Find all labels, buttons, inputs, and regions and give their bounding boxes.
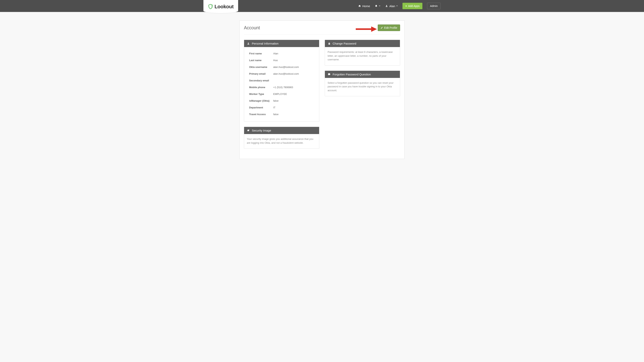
shield-icon [208,4,213,9]
field-label: Last name [249,59,273,62]
field-value: false [273,113,278,116]
security-image-panel: Security Image Your security image gives… [244,127,319,149]
field-value: Huo [273,59,278,62]
field-value: +1 (510) 7806983 [273,86,293,89]
personal-info-title: Personal Information [252,42,278,45]
chevron-down-icon [396,6,398,6]
image-stack-icon [247,129,250,132]
plus-icon: + [405,4,407,8]
arrow-annotation [356,26,377,32]
field-primary-email: Primary email alan.huo@lookout.com [247,70,316,77]
field-label: Mobile phone [249,86,273,89]
field-value: EMPLOYEE [273,92,287,96]
brand-name: Lookout [214,4,234,10]
field-label: Okta username [249,66,273,68]
nav-home-label: Home [362,4,370,8]
field-secondary-email: Secondary email [247,77,316,84]
field-value: Alan [273,52,278,55]
svg-rect-0 [356,28,371,30]
add-apps-label: Add Apps [408,4,420,8]
edit-profile-label: Edit Profile [384,26,397,29]
speech-bubble-icon [328,73,331,76]
field-okta-username: Okta username alan.huo@lookout.com [247,64,316,70]
account-card: Account Edit Profile [240,20,404,159]
field-travel-access: Travel Access false [247,111,316,118]
field-first-name: First name Alan [247,50,316,57]
edit-profile-button[interactable]: Edit Profile [378,24,400,31]
field-label: Secondary email [249,79,273,82]
field-label: Travel Access [249,113,273,116]
field-value: alan.huo@lookout.com [273,66,299,68]
field-label: Worker Type [249,92,273,96]
person-icon [247,42,250,45]
nav-home[interactable]: Home [358,4,370,8]
security-image-title: Security Image [252,129,271,132]
pencil-icon [380,26,383,29]
field-label: Primary email [249,72,273,75]
admin-button[interactable]: Admin [427,3,440,9]
change-password-desc: Password requirements: at least 8 charac… [328,50,397,62]
field-mobile-phone: Mobile phone +1 (510) 7806983 [247,84,316,91]
lock-icon [328,42,331,45]
chevron-down-icon [379,6,380,6]
page-title: Account [244,25,260,30]
brand-logo-tab[interactable]: Lookout [204,0,238,13]
user-icon [385,4,388,8]
bell-icon [375,4,378,8]
field-label: isManager (Okta) [249,99,273,102]
field-worker-type: Worker Type EMPLOYEE [247,91,316,98]
change-password-panel: Change Password Password requirements: a… [325,40,400,66]
security-image-desc: Your security image gives you additional… [247,137,316,145]
field-label: Department [249,106,273,109]
card-header: Account Edit Profile [244,24,400,35]
personal-info-panel: Personal Information First name Alan Las… [244,40,319,122]
field-department: Department IT [247,104,316,111]
field-value: false [273,99,278,102]
forgotten-question-desc: Select a forgotten password question so … [328,81,397,92]
forgotten-question-title: Forgotten Password Question [332,73,371,76]
field-is-manager: isManager (Okta) false [247,98,316,104]
field-value: IT [273,106,276,109]
topbar: Lookout Home Alan [0,0,644,12]
forgotten-question-panel: Forgotten Password Question Select a for… [325,70,400,96]
field-value: alan.huo@lookout.com [273,72,299,75]
nav-user-label: Alan [389,4,395,8]
svg-marker-1 [371,26,377,32]
admin-label: Admin [430,4,438,8]
change-password-title: Change Password [332,42,356,45]
field-label: First name [249,52,273,55]
page-background: Account Edit Profile [0,12,644,362]
nav-user-menu[interactable]: Alan [385,4,398,8]
home-icon [358,4,361,8]
add-apps-button[interactable]: + Add Apps [402,3,422,9]
nav-notifications[interactable] [375,4,380,8]
field-last-name: Last name Huo [247,57,316,64]
